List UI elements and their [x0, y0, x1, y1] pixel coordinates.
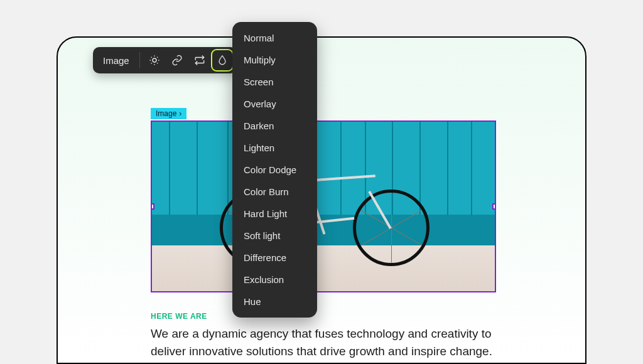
blend-mode-option[interactable]: Normal: [232, 27, 317, 49]
body-paragraph: We are a dynamic agency that fuses techn…: [151, 325, 496, 360]
selected-image[interactable]: [151, 120, 496, 292]
resize-handle-left[interactable]: [151, 203, 154, 210]
blend-mode-button[interactable]: [212, 50, 233, 71]
blend-mode-option[interactable]: Difference: [232, 247, 317, 269]
blend-mode-option[interactable]: Color Dodge: [232, 159, 317, 181]
selection-tag[interactable]: Image ›: [151, 108, 186, 119]
svg-point-0: [153, 58, 156, 62]
resize-handle-right[interactable]: [492, 203, 496, 210]
blend-mode-option[interactable]: Overlay: [232, 93, 317, 115]
blend-mode-option[interactable]: Color Burn: [232, 181, 317, 203]
blend-mode-option[interactable]: Darken: [232, 115, 317, 137]
replace-button[interactable]: [189, 50, 210, 71]
blend-mode-option[interactable]: Exclusion: [232, 269, 317, 291]
droplet-icon: [217, 55, 228, 66]
eyebrow-text: HERE WE ARE: [151, 312, 207, 321]
chevron-right-icon: ›: [179, 109, 181, 118]
blend-mode-option[interactable]: Hard Light: [232, 203, 317, 225]
blend-mode-option[interactable]: Screen: [232, 71, 317, 93]
image-toolbar: Image: [93, 47, 237, 73]
brightness-button[interactable]: [144, 50, 165, 71]
blend-mode-dropdown: Normal Multiply Screen Overlay Darken Li…: [232, 22, 317, 318]
link-icon: [171, 55, 183, 66]
blend-mode-option[interactable]: Multiply: [232, 49, 317, 71]
blend-mode-option[interactable]: Lighten: [232, 137, 317, 159]
selection-tag-label: Image: [156, 109, 176, 118]
link-button[interactable]: [166, 50, 188, 71]
image-content: [152, 122, 495, 291]
toolbar-type-label[interactable]: Image: [97, 51, 136, 70]
brightness-icon: [149, 55, 160, 66]
toolbar-divider: [139, 52, 140, 68]
replace-icon: [194, 55, 205, 66]
canvas-frame: Image › HERE WE ARE We are a dynamic age…: [57, 36, 586, 364]
blend-mode-option[interactable]: Soft light: [232, 225, 317, 247]
blend-mode-option[interactable]: Hue: [232, 291, 317, 313]
